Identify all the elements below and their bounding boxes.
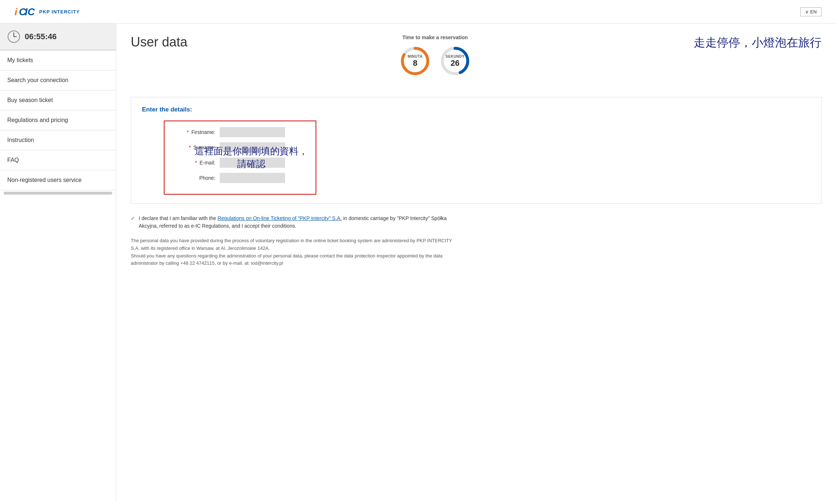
form-section-title: Enter the details: bbox=[142, 106, 810, 113]
sidebar: 06:55:46 My tickets Search your connecti… bbox=[0, 24, 116, 502]
privacy-text: The personal data you have provided duri… bbox=[131, 237, 458, 267]
timer-sekundy-unit: SEKUNDY bbox=[446, 54, 464, 58]
checkmark-icon: ✓ bbox=[131, 215, 135, 221]
required-marker: * bbox=[195, 160, 197, 166]
email-row: * E-mail: bbox=[172, 158, 308, 168]
required-marker: * bbox=[189, 145, 191, 150]
firstname-label: * Firstname: bbox=[172, 129, 215, 135]
email-label: * E-mail: bbox=[172, 160, 215, 166]
sidebar-item-my-tickets[interactable]: My tickets bbox=[0, 50, 116, 70]
firstname-input[interactable] bbox=[220, 127, 285, 137]
privacy-line1: The personal data you have provided duri… bbox=[131, 237, 458, 252]
sidebar-item-regulations-pricing[interactable]: Regulations and pricing bbox=[0, 110, 116, 130]
firstname-row: * Firstname: bbox=[172, 127, 308, 137]
timer-minuta: MINUTA 8 bbox=[399, 45, 431, 77]
language-button[interactable]: ∨ EN bbox=[800, 7, 821, 16]
checkbox-row: ✓ I declare that I am familiar with the … bbox=[131, 215, 458, 230]
privacy-line2: Should you have any questions regarding … bbox=[131, 252, 458, 268]
timer-circles: MINUTA 8 SEKUNDY 26 bbox=[399, 45, 471, 77]
timer-minuta-unit: MINUTA bbox=[407, 54, 422, 58]
phone-label: Phone: bbox=[172, 175, 215, 181]
surname-label: * Surname: bbox=[172, 145, 215, 150]
scrollbar[interactable] bbox=[4, 192, 112, 195]
sidebar-item-instruction[interactable]: Instruction bbox=[0, 130, 116, 150]
declaration-text: I declare that I am familiar with the Re… bbox=[139, 215, 458, 230]
phone-input[interactable] bbox=[220, 173, 285, 183]
clock-time: 06:55:46 bbox=[25, 32, 57, 41]
svg-text:IC: IC bbox=[25, 6, 35, 17]
page-title: User data bbox=[131, 34, 187, 50]
main-layout: 06:55:46 My tickets Search your connecti… bbox=[0, 24, 836, 502]
surname-row: * Surname: bbox=[172, 142, 308, 153]
sidebar-item-buy-season-ticket[interactable]: Buy season ticket bbox=[0, 90, 116, 110]
timer-minuta-inner: MINUTA 8 bbox=[407, 54, 422, 68]
clock-icon bbox=[7, 30, 20, 43]
sidebar-item-search-connection[interactable]: Search your connection bbox=[0, 70, 116, 90]
regulations-link[interactable]: Regulations on On-line Ticketing of "PKP… bbox=[218, 215, 342, 221]
timer-label: Time to make a reservation bbox=[399, 34, 471, 40]
content-area: User data Time to make a reservation MIN… bbox=[116, 24, 836, 502]
sidebar-item-faq[interactable]: FAQ bbox=[0, 150, 116, 170]
timer-sekundy-inner: SEKUNDY 26 bbox=[446, 54, 464, 68]
logo: i C IC PKP INTERCITY bbox=[15, 4, 80, 19]
email-input[interactable] bbox=[220, 158, 285, 168]
user-data-form-section: Enter the details: * Firstname: * Surnam… bbox=[131, 97, 821, 204]
svg-text:i: i bbox=[15, 6, 18, 17]
logo-icon: i C IC bbox=[15, 4, 36, 19]
clock-bar: 06:55:46 bbox=[0, 24, 116, 50]
declaration-section: ✓ I declare that I am familiar with the … bbox=[131, 215, 458, 230]
page-header: User data Time to make a reservation MIN… bbox=[131, 34, 821, 86]
sidebar-item-non-registered[interactable]: Non-registered users service bbox=[0, 170, 116, 190]
timer-sekundy-value: 26 bbox=[446, 58, 464, 68]
form-inner-box: * Firstname: * Surname: * bbox=[164, 121, 316, 195]
timer-sekundy: SEKUNDY 26 bbox=[439, 45, 471, 77]
surname-input[interactable] bbox=[220, 142, 285, 153]
phone-row: Phone: bbox=[172, 173, 308, 183]
required-marker: * bbox=[187, 129, 189, 135]
timer-minuta-value: 8 bbox=[407, 58, 422, 68]
header: i C IC PKP INTERCITY ∨ EN bbox=[0, 0, 836, 24]
logo-brand-text: PKP INTERCITY bbox=[39, 9, 80, 15]
handwriting-annotation: 走走停停，小燈泡在旅行 bbox=[694, 34, 821, 51]
timer-section: Time to make a reservation MINUTA 8 bbox=[399, 34, 471, 77]
